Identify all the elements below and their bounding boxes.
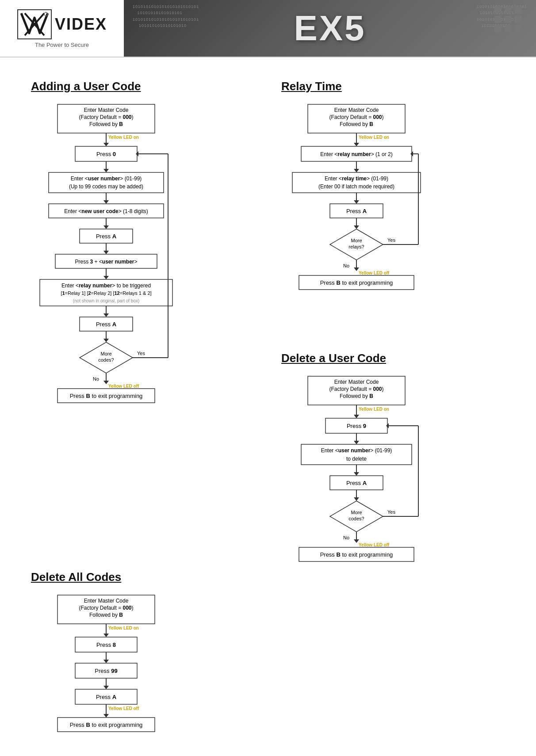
videx-text: VIDEX: [55, 15, 107, 34]
svg-text:codes?: codes?: [98, 357, 114, 363]
banner-section: 1010101010101010101010101 10101010101010…: [124, 0, 536, 57]
svg-marker-95: [354, 415, 359, 418]
svg-text:No: No: [343, 535, 349, 540]
svg-marker-37: [103, 313, 109, 317]
svg-marker-23: [103, 225, 109, 229]
svg-marker-61: [354, 143, 359, 146]
svg-text:Enter <user number> (01-99): Enter <user number> (01-99): [71, 176, 142, 182]
svg-text:(Factory Default = 000): (Factory Default = 000): [79, 605, 133, 611]
logo-section: VIDEX The Power to Secure: [0, 0, 124, 57]
delete-all-flowchart: Enter Master Code (Factory Default = 000…: [31, 593, 199, 756]
svg-text:Press B to exit programming: Press B to exit programming: [70, 722, 143, 728]
svg-text:Yellow LED on: Yellow LED on: [359, 407, 389, 412]
svg-text:(Factory Default = 000): (Factory Default = 000): [79, 114, 133, 120]
svg-marker-105: [354, 472, 359, 476]
svg-text:to delete: to delete: [346, 456, 367, 462]
svg-text:Enter <relay number> (1 or 2): Enter <relay number> (1 or 2): [320, 151, 392, 157]
svg-text:Press A: Press A: [96, 694, 117, 700]
svg-marker-9: [103, 143, 109, 146]
svg-text:Press 0: Press 0: [96, 151, 116, 157]
svg-marker-142: [103, 714, 109, 718]
tagline-text: The Power to Secure: [35, 42, 89, 48]
svg-text:Press B to exit programming: Press B to exit programming: [70, 393, 143, 399]
svg-text:(Factory Default = 000): (Factory Default = 000): [329, 386, 383, 392]
svg-text:Press A: Press A: [346, 480, 367, 486]
svg-text:Press 8: Press 8: [96, 641, 116, 648]
svg-text:Yes: Yes: [387, 237, 395, 243]
svg-text:Yellow LED off: Yellow LED off: [359, 271, 390, 275]
svg-marker-31: [103, 276, 109, 279]
svg-text:(Factory Default = 000): (Factory Default = 000): [329, 114, 383, 120]
svg-text:Press B to exit programming: Press B to exit programming: [320, 551, 393, 558]
svg-marker-27: [103, 251, 109, 254]
add-user-section: Adding a User Code Enter Master Code (Fa…: [18, 71, 268, 632]
svg-marker-138: [103, 686, 109, 689]
svg-marker-66: [354, 169, 359, 172]
svg-text:Enter <new user code> (1-8 dig: Enter <new user code> (1-8 digits): [64, 208, 148, 214]
svg-marker-14: [103, 169, 109, 172]
svg-marker-109: [354, 497, 359, 501]
svg-text:Enter Master Code: Enter Master Code: [84, 598, 129, 604]
svg-marker-71: [354, 200, 359, 204]
svg-text:Enter Master Code: Enter Master Code: [84, 107, 129, 113]
svg-text:Followed by B: Followed by B: [340, 121, 373, 127]
svg-text:More: More: [100, 351, 111, 356]
svg-text:More: More: [351, 510, 362, 515]
svg-text:Press 99: Press 99: [95, 668, 117, 674]
relay-time-title: Relay Time: [281, 80, 505, 93]
delete-all-section: Delete All Codes Enter Master Code (Fact…: [18, 561, 268, 756]
svg-marker-19: [103, 200, 109, 204]
svg-text:codes?: codes?: [348, 516, 364, 521]
svg-text:Press A: Press A: [96, 321, 117, 328]
svg-marker-129: [103, 634, 109, 637]
svg-marker-41: [103, 339, 109, 342]
svg-text:Enter Master Code: Enter Master Code: [334, 107, 379, 113]
svg-text:(Up to 99 codes may be added): (Up to 99 codes may be added): [69, 183, 143, 190]
svg-text:Enter <user number> (01-99): Enter <user number> (01-99): [321, 447, 392, 454]
binary-text-left: 1010101010101010101010101 10101010101010…: [133, 4, 199, 29]
delete-user-subsection: Delete a User Code Enter Master Code (Fa…: [281, 351, 505, 623]
svg-marker-75: [354, 225, 359, 229]
svg-text:Press A: Press A: [96, 233, 117, 240]
logo-graphic: VIDEX: [17, 9, 107, 40]
relay-time-section: Relay Time Enter Master Code (Factory De…: [268, 71, 518, 632]
svg-text:No: No: [93, 376, 99, 382]
svg-text:Yellow LED on: Yellow LED on: [108, 626, 139, 630]
svg-text:Yes: Yes: [387, 509, 395, 515]
device-grid: [494, 7, 523, 32]
vx-logo-icon: [17, 9, 52, 40]
svg-text:Yellow LED off: Yellow LED off: [359, 542, 390, 547]
svg-text:relays?: relays?: [348, 244, 364, 249]
delete-user-title: Delete a User Code: [281, 351, 505, 365]
svg-text:Enter <relay time> (01-99): Enter <relay time> (01-99): [325, 176, 388, 182]
svg-marker-100: [354, 441, 359, 444]
svg-text:More: More: [351, 238, 362, 243]
svg-text:(not shown in original, part o: (not shown in original, part of box): [73, 298, 140, 303]
svg-text:Followed by B: Followed by B: [89, 121, 123, 127]
ex5-brand-text: EX5: [294, 8, 366, 49]
svg-text:Followed by B: Followed by B: [340, 393, 373, 399]
svg-text:Followed by B: Followed by B: [89, 612, 123, 618]
delete-user-flowchart: Enter Master Code (Factory Default = 000…: [281, 374, 449, 622]
svg-text:Yes: Yes: [137, 351, 145, 356]
svg-text:Enter Master Code: Enter Master Code: [334, 379, 379, 385]
svg-text:Press 9: Press 9: [347, 423, 366, 429]
svg-text:[1=Relay 1]  [2=Relay 2] [12=R: [1=Relay 1] [2=Relay 2] [12=Relays 1 & 2…: [61, 290, 151, 296]
svg-text:Enter <relay number> to be tri: Enter <relay number> to be triggered: [61, 283, 151, 289]
svg-text:Yellow LED on: Yellow LED on: [359, 135, 389, 140]
svg-text:No: No: [343, 263, 349, 268]
svg-text:Yellow LED off: Yellow LED off: [108, 706, 139, 711]
svg-text:(Enter 00 if latch mode requir: (Enter 00 if latch mode required): [318, 183, 394, 190]
delete-all-title: Delete All Codes: [31, 570, 255, 584]
relay-time-flowchart: Enter Master Code (Factory Default = 000…: [281, 102, 449, 323]
page-header: VIDEX The Power to Secure 10101010101010…: [0, 0, 536, 57]
svg-text:Press A: Press A: [346, 208, 367, 214]
svg-text:Yellow LED on: Yellow LED on: [108, 135, 139, 140]
add-user-title: Adding a User Code: [31, 80, 255, 93]
add-user-flowchart: Enter Master Code (Factory Default = 000…: [31, 102, 199, 487]
svg-text:Press 3 + <user number>: Press 3 + <user number>: [75, 259, 137, 265]
svg-marker-134: [103, 660, 109, 663]
svg-text:Yellow LED off: Yellow LED off: [108, 384, 139, 389]
svg-text:Press B to exit programming: Press B to exit programming: [320, 279, 393, 286]
main-content: Adding a User Code Enter Master Code (Fa…: [0, 57, 536, 756]
